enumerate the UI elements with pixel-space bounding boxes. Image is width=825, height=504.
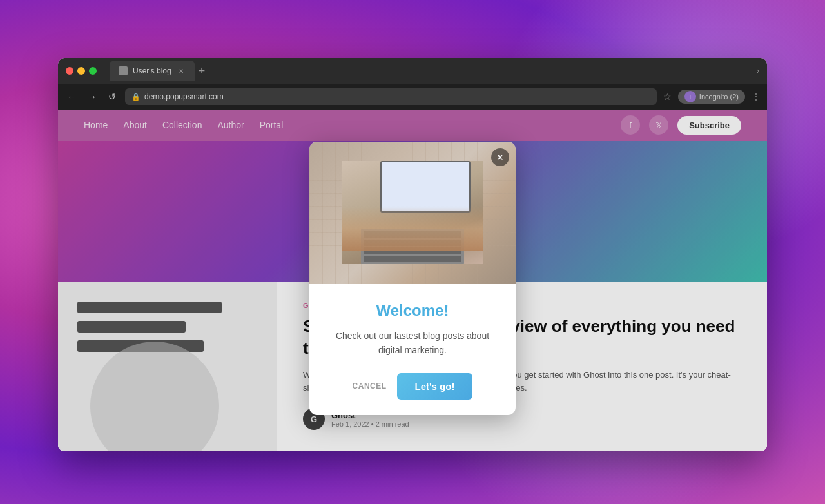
tab-title: User's blog [133,66,171,75]
hands-overlay [342,206,483,251]
active-tab[interactable]: User's blog ✕ [110,61,195,81]
profile-avatar: I [684,91,696,102]
popup-image: ✕ [309,142,516,284]
toolbar-right: ☆ I Incognito (2) ⋮ [663,90,761,104]
maximize-traffic-light[interactable] [89,67,97,75]
reload-button[interactable]: ↺ [106,89,119,104]
url-text: demo.popupsmart.com [144,92,224,101]
close-traffic-light[interactable] [66,67,73,75]
browser-window: User's blog ✕ + › ← → ↺ 🔒 demo.popupsmar… [58,58,767,451]
minimize-traffic-light[interactable] [77,67,85,75]
kb-row-4 [364,256,461,262]
laptop-screen [380,161,471,213]
tab-favicon [119,66,128,75]
browser-tabs: User's blog ✕ + › [110,61,759,81]
popup-actions: CANCEL Let's go! [329,373,496,400]
popup-cta-button[interactable]: Let's go! [397,373,473,400]
keyboard-visual [342,161,483,264]
tabs-chevron: › [757,66,759,75]
popup-title: Welcome! [329,302,496,320]
popup-body: Welcome! Check out our lastest blog post… [309,284,516,415]
popup-overlay: ✕ Welcome! Check out our lastest blog po… [58,110,767,451]
new-tab-button[interactable]: + [199,64,206,78]
bookmark-icon[interactable]: ☆ [663,92,672,102]
tab-bar: User's blog ✕ + › [58,58,767,84]
popup-photo [309,142,516,284]
address-bar: ← → ↺ 🔒 demo.popupsmart.com ☆ I Incognit… [58,84,767,110]
popup-card: ✕ Welcome! Check out our lastest blog po… [309,142,516,415]
profile-pill[interactable]: I Incognito (2) [678,90,745,104]
popup-cancel-button[interactable]: CANCEL [353,382,387,391]
popup-body-text: Check out our lastest blog posts about d… [329,329,496,358]
lock-icon: 🔒 [131,93,141,101]
back-button[interactable]: ← [64,89,79,104]
traffic-lights [66,67,97,75]
url-field[interactable]: 🔒 demo.popupsmart.com [125,88,657,105]
forward-button[interactable]: → [85,89,99,104]
profile-label: Incognito (2) [699,93,739,101]
menu-icon[interactable]: ⋮ [752,92,761,102]
popup-close-button[interactable]: ✕ [491,148,509,166]
tab-close-button[interactable]: ✕ [177,66,186,75]
page-content: Home About Collection Author Portal f 𝕏 … [58,110,767,451]
